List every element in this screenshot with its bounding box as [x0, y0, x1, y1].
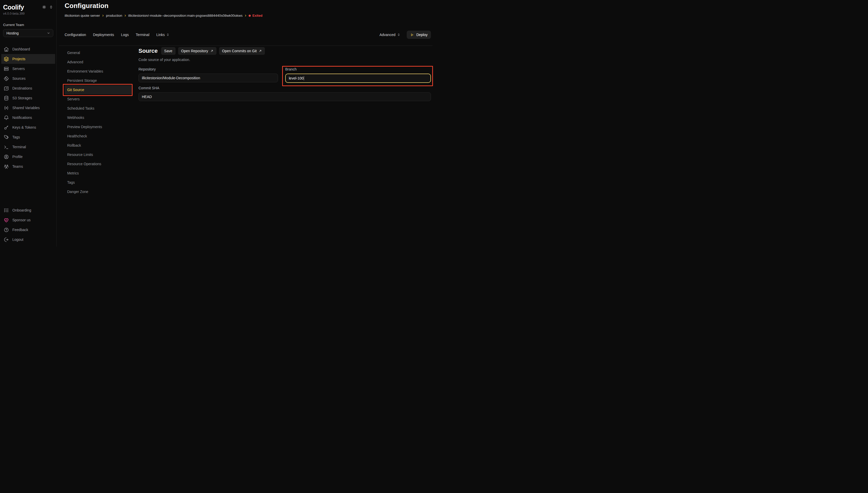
variable-icon [4, 105, 9, 111]
checklist-icon [4, 208, 9, 213]
breadcrumb-application[interactable]: illicitestonion/-module--decomposition:m… [128, 14, 242, 18]
chevron-right-icon: › [125, 14, 126, 18]
tab-links[interactable]: Links [156, 33, 170, 37]
external-link-icon [210, 49, 213, 52]
settings-subnav: General Advanced Environment Variables P… [65, 48, 131, 196]
external-link-icon [259, 49, 262, 52]
sidebar-item-teams[interactable]: Teams [1, 162, 55, 171]
sidebar-item-tags[interactable]: Tags [1, 132, 55, 142]
repository-field: Repository illicitestonion/Module-Decomp… [139, 67, 278, 83]
key-icon [4, 125, 9, 130]
heart-icon [4, 217, 9, 223]
page-title: Configuration [65, 2, 108, 10]
subnav-item-tags[interactable]: Tags [65, 178, 131, 187]
sidebar-item-logout[interactable]: Logout [1, 235, 55, 244]
source-panel: Source Save Open Repository Open Commits… [139, 47, 431, 101]
server-icon [4, 66, 9, 71]
subnav-item-scheduled-tasks[interactable]: Scheduled Tasks [65, 104, 131, 113]
deploy-button[interactable]: Deploy [407, 30, 431, 39]
sidebar-item-feedback[interactable]: Feedback [1, 225, 55, 235]
sidebar-item-servers[interactable]: Servers [1, 64, 55, 73]
tags-icon [4, 134, 9, 140]
subnav-item-resource-operations[interactable]: Resource Operations [65, 159, 131, 169]
subnav-item-metrics[interactable]: Metrics [65, 169, 131, 178]
panel-title: Source [139, 48, 158, 54]
subnav-item-healthcheck[interactable]: Healthcheck [65, 131, 131, 141]
branch-input[interactable]: level-100 [285, 73, 431, 83]
subnav-item-git-source[interactable]: Git Source [65, 85, 131, 94]
open-repository-button[interactable]: Open Repository [178, 47, 216, 55]
sidebar-footer-nav: Onboarding Sponsor us Feedback Logout [0, 205, 56, 244]
chevron-right-icon: › [245, 14, 246, 18]
repository-label: Repository [139, 67, 278, 71]
subnav-item-advanced[interactable]: Advanced [65, 57, 131, 67]
sidebar-item-onboarding[interactable]: Onboarding [1, 205, 55, 215]
sidebar-item-dashboard[interactable]: Dashboard [1, 44, 55, 54]
commit-sha-field: Commit SHA HEAD [139, 86, 431, 101]
commit-sha-input[interactable]: HEAD [139, 92, 431, 101]
sidebar-item-sources[interactable]: Sources [1, 73, 55, 83]
bell-icon [4, 115, 9, 121]
status-badge: Exited [249, 14, 262, 18]
tab-configuration[interactable]: Configuration [65, 33, 86, 37]
sidebar: Coolify v4.0.0-beta.399 Current Team Hos… [0, 0, 57, 246]
sidebar-item-shared-variables[interactable]: Shared Variables [1, 103, 55, 113]
subnav-item-general[interactable]: General [65, 48, 131, 57]
breadcrumb-environment[interactable]: production [106, 14, 122, 18]
subnav-item-rollback[interactable]: Rollback [65, 141, 131, 150]
subnav-item-persistent-storage[interactable]: Persistent Storage [65, 76, 131, 85]
chevron-down-icon [47, 31, 50, 35]
tab-deployments[interactable]: Deployments [93, 33, 114, 37]
sidebar-item-keys-tokens[interactable]: Keys & Tokens [1, 123, 55, 132]
subnav-item-webhooks[interactable]: Webhooks [65, 113, 131, 122]
sidebar-item-destinations[interactable]: Destinations [1, 83, 55, 93]
main-content: Configuration illicitonion quote server … [57, 0, 434, 246]
sidebar-nav: Dashboard Projects Servers Sources Desti… [0, 44, 56, 171]
database-icon [4, 95, 9, 101]
sidebar-header: Coolify v4.0.0-beta.399 Current Team Hos… [0, 4, 56, 37]
advanced-menu[interactable]: Advanced [379, 33, 401, 37]
map-icon [4, 86, 9, 91]
save-button[interactable]: Save [161, 47, 175, 55]
sidebar-collapse-icon[interactable] [49, 5, 53, 10]
coolify-app: Coolify v4.0.0-beta.399 Current Team Hos… [0, 0, 434, 246]
users-icon [4, 164, 9, 169]
commit-sha-label: Commit SHA [139, 86, 431, 90]
branch-label: Branch [285, 67, 431, 71]
sidebar-item-profile[interactable]: Profile [1, 152, 55, 162]
sidebar-item-terminal[interactable]: Terminal [1, 142, 55, 152]
status-text: Exited [253, 14, 262, 18]
subnav-item-servers[interactable]: Servers [65, 94, 131, 104]
breadcrumb: illicitonion quote server › production ›… [65, 14, 262, 18]
subnav-item-danger-zone[interactable]: Danger Zone [65, 187, 131, 196]
subnav-item-resource-limits[interactable]: Resource Limits [65, 150, 131, 159]
team-select[interactable]: Hosting [3, 29, 53, 37]
terminal-icon [4, 144, 9, 150]
text-cursor [304, 76, 304, 80]
sidebar-item-projects[interactable]: Projects [1, 54, 55, 64]
chevrons-up-down-icon [166, 33, 170, 37]
layers-icon [4, 56, 9, 62]
current-team-label: Current Team [3, 23, 53, 27]
sidebar-item-sponsor[interactable]: Sponsor us [1, 215, 55, 225]
sidebar-item-s3-storages[interactable]: S3 Storages [1, 93, 55, 103]
chevron-right-icon: › [102, 14, 104, 18]
tab-terminal[interactable]: Terminal [136, 33, 149, 37]
sidebar-item-notifications[interactable]: Notifications [1, 113, 55, 123]
logout-icon [4, 237, 9, 242]
breadcrumb-project[interactable]: illicitonion quote server [65, 14, 100, 18]
subnav-item-environment-variables[interactable]: Environment Variables [65, 67, 131, 76]
subnav-item-preview-deployments[interactable]: Preview Deployments [65, 122, 131, 131]
user-circle-icon [4, 154, 9, 159]
open-commits-button[interactable]: Open Commits on Git [219, 47, 265, 55]
app-logo: Coolify [3, 4, 24, 11]
play-icon [410, 33, 414, 37]
tab-bar: Configuration Deployments Logs Terminal … [65, 30, 431, 39]
status-dot-icon [249, 15, 251, 17]
theme-toggle-sun-icon[interactable] [42, 5, 46, 10]
repository-input[interactable]: illicitestonion/Module-Decomposition [139, 73, 278, 82]
git-source-icon [4, 76, 9, 81]
tab-logs[interactable]: Logs [121, 33, 129, 37]
chevrons-up-down-icon [397, 33, 401, 37]
home-icon [4, 47, 9, 52]
